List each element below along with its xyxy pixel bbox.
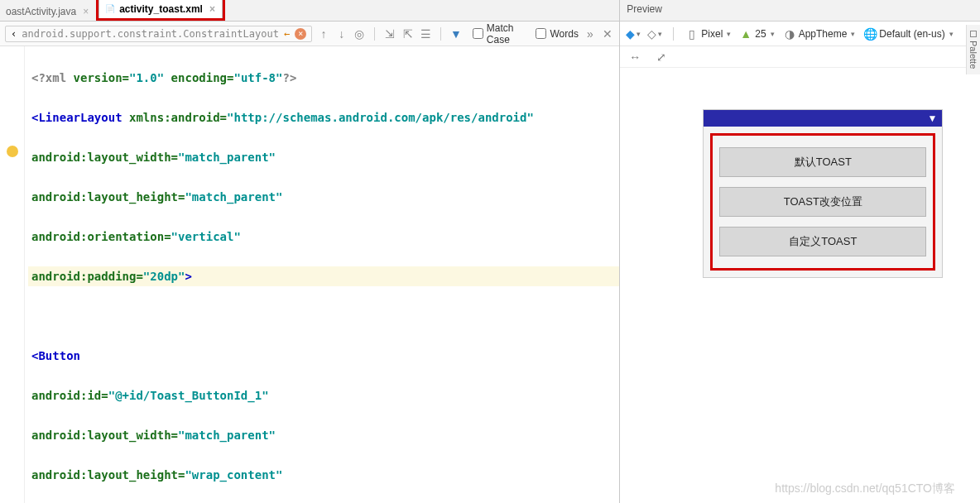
view-options-icon[interactable]: ◆	[627, 27, 640, 41]
editor-tabstrip: oastActivity.java × 📄 activity_toast.xml…	[0, 0, 619, 22]
wifi-icon: ▼	[927, 113, 937, 124]
tab-activity-toast-xml[interactable]: 📄 activity_toast.xml ×	[98, 0, 223, 18]
xml-file-icon: 📄	[104, 3, 116, 15]
device-frame: ▼ 默认TOAST TOAST改变位置 自定义TOAST	[703, 109, 943, 278]
separator	[440, 27, 441, 41]
tree-icon[interactable]: ☰	[420, 26, 433, 41]
tab-label: oastActivity.java	[6, 6, 76, 17]
arrow-up-icon[interactable]: ↑	[317, 26, 330, 41]
android-icon: ▲	[739, 27, 752, 41]
code-text[interactable]: <?xml version="1.0" encoding="utf-8"?> <…	[25, 46, 619, 503]
tab-toast-activity-java[interactable]: oastActivity.java ×	[0, 1, 96, 21]
filter-icon[interactable]: ▼	[449, 26, 463, 41]
separator	[374, 27, 375, 41]
palette-tab[interactable]: Palette	[966, 25, 980, 74]
arrow-down-icon[interactable]: ↓	[335, 26, 348, 41]
breadcrumb-text: android.support.constraint.ConstraintLay…	[22, 28, 279, 40]
buttons-highlight: 默认TOAST TOAST改变位置 自定义TOAST	[710, 133, 935, 271]
device-status-bar: ▼	[704, 110, 942, 127]
phone-icon: ▯	[685, 27, 699, 41]
zoom-icon[interactable]: ⤢	[655, 50, 668, 64]
chevron-right-icon[interactable]: »	[584, 26, 597, 41]
code-editor[interactable]: C <?xml version="1.0" encoding="utf-8"?>…	[0, 46, 619, 503]
expand-icon[interactable]: ⇲	[383, 26, 396, 41]
watermark-text: https://blog.csdn.net/qq51CTO博客	[775, 481, 955, 496]
close-icon[interactable]: ×	[209, 3, 215, 15]
preview-sub-toolbar: ↔ ⤢	[620, 46, 980, 68]
api-selector[interactable]: ▲25	[739, 27, 774, 41]
match-case-checkbox[interactable]: Match Case	[473, 22, 531, 46]
close-icon[interactable]: ×	[83, 6, 89, 17]
editor-toolbar: ‹ android.support.constraint.ConstraintL…	[0, 22, 619, 46]
preview-button-toast-change-position[interactable]: TOAST改变位置	[719, 187, 926, 217]
breadcrumb[interactable]: ‹ android.support.constraint.ConstraintL…	[5, 26, 312, 42]
globe-icon: 🌐	[863, 27, 877, 41]
tab-active-highlight: 📄 activity_toast.xml ×	[96, 0, 225, 21]
preview-button-default-toast[interactable]: 默认TOAST	[719, 147, 926, 177]
theme-icon: ◑	[783, 27, 796, 41]
lightbulb-icon[interactable]	[7, 146, 18, 157]
device-selector[interactable]: ▯Pixel	[685, 27, 731, 41]
words-checkbox[interactable]: Words	[536, 28, 578, 40]
gutter	[0, 46, 25, 503]
preview-panel-title: Preview	[620, 0, 980, 22]
preview-toolbar: ◆ ◇ ▯Pixel ▲25 ◑AppTheme 🌐Default (en-us…	[620, 22, 980, 46]
tab-label: activity_toast.xml	[119, 3, 203, 15]
orientation-icon[interactable]: ◇	[648, 27, 661, 41]
target-icon[interactable]: ◎	[353, 26, 367, 41]
pan-icon[interactable]: ↔	[628, 50, 641, 64]
device-preview-canvas[interactable]: ▼ 默认TOAST TOAST改变位置 自定义TOAST	[620, 68, 980, 503]
close-search-icon[interactable]: ✕	[602, 26, 615, 41]
palette-icon	[970, 31, 977, 37]
locale-selector[interactable]: 🌐Default (en-us)	[863, 27, 953, 41]
theme-selector[interactable]: ◑AppTheme	[783, 27, 856, 41]
collapse-icon[interactable]: ⇱	[401, 26, 415, 41]
clear-icon[interactable]: ×	[295, 28, 306, 40]
preview-button-custom-toast[interactable]: 自定义TOAST	[719, 227, 926, 256]
chevron-left-icon: ←	[284, 28, 290, 40]
